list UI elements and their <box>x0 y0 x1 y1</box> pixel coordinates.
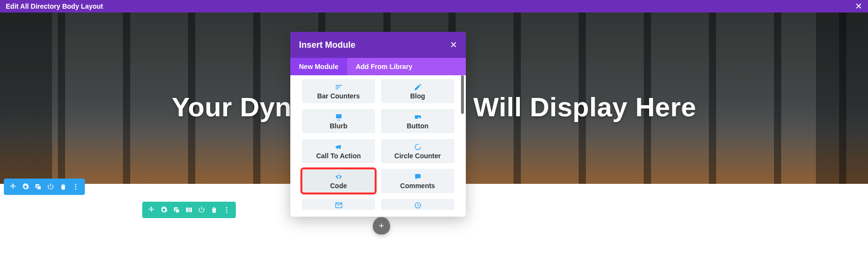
page-title: Edit All Directory Body Layout <box>6 2 103 10</box>
tab-add-from-library[interactable]: Add From Library <box>347 58 421 75</box>
pencil-icon <box>414 83 422 91</box>
trash-icon[interactable] <box>58 181 68 192</box>
module-label: Blog <box>410 92 425 100</box>
module-blog[interactable]: Blog <box>381 79 454 103</box>
module-blurb[interactable]: Blurb <box>302 109 375 133</box>
module-code[interactable]: Code <box>302 169 375 193</box>
module-label: Bar Counters <box>317 92 360 100</box>
move-icon[interactable] <box>8 181 18 192</box>
power-icon[interactable] <box>45 181 56 192</box>
clock-icon <box>414 201 422 209</box>
module-label: Code <box>330 182 347 190</box>
module-label: Button <box>407 122 428 130</box>
svg-point-2 <box>75 188 77 190</box>
more-icon[interactable] <box>70 181 81 192</box>
code-icon <box>335 173 343 181</box>
svg-point-4 <box>226 209 228 211</box>
columns-icon[interactable] <box>184 205 194 215</box>
comments-icon <box>414 173 422 181</box>
module-comments[interactable]: Comments <box>381 169 454 193</box>
svg-point-5 <box>226 211 228 213</box>
svg-point-3 <box>226 207 228 208</box>
module-button[interactable]: Button <box>381 109 454 133</box>
svg-point-7 <box>415 144 420 149</box>
module-call-to-action[interactable]: Call To Action <box>302 139 375 163</box>
module-contact-form[interactable] <box>302 199 375 210</box>
plus-icon: + <box>379 221 384 231</box>
megaphone-icon <box>335 143 343 151</box>
more-icon[interactable] <box>221 205 232 215</box>
svg-point-0 <box>75 184 77 185</box>
duplicate-icon[interactable] <box>33 181 43 192</box>
modal-tabs: New Module Add From Library <box>290 58 466 75</box>
gear-icon[interactable] <box>159 205 169 215</box>
insert-module-modal: Insert Module ✕ New Module Add From Libr… <box>290 32 466 217</box>
blurb-icon <box>335 113 343 121</box>
mail-icon <box>335 201 343 209</box>
row-toolbar <box>142 202 236 218</box>
top-bar: Edit All Directory Body Layout ✕ <box>0 0 868 13</box>
gear-icon[interactable] <box>20 181 31 192</box>
close-icon[interactable]: ✕ <box>855 1 862 12</box>
module-countdown[interactable] <box>381 199 454 210</box>
tab-new-module[interactable]: New Module <box>290 58 347 75</box>
close-icon[interactable]: ✕ <box>450 40 457 50</box>
button-icon <box>414 113 422 121</box>
module-label: Call To Action <box>316 152 361 160</box>
module-list: Accordion Audio Bar Counters Blog Blurb … <box>290 75 466 217</box>
trash-icon[interactable] <box>209 205 219 215</box>
power-icon[interactable] <box>196 205 207 215</box>
bars-icon <box>335 83 343 91</box>
module-bar-counters[interactable]: Bar Counters <box>302 79 375 103</box>
circle-counter-icon <box>414 143 422 151</box>
move-icon[interactable] <box>146 205 157 215</box>
modal-title: Insert Module <box>299 40 355 50</box>
modal-header: Insert Module ✕ <box>290 32 466 58</box>
add-button[interactable]: + <box>373 217 390 235</box>
scrollbar[interactable] <box>461 75 464 114</box>
svg-point-1 <box>75 186 77 188</box>
module-label: Blurb <box>330 122 348 130</box>
section-toolbar <box>4 179 85 195</box>
module-circle-counter[interactable]: Circle Counter <box>381 139 454 163</box>
module-label: Comments <box>400 182 435 190</box>
duplicate-icon[interactable] <box>171 205 182 215</box>
module-label: Circle Counter <box>394 152 441 160</box>
